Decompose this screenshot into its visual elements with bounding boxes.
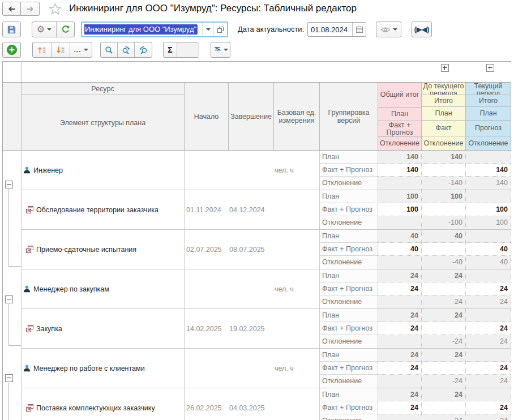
version-row-label[interactable]: Отклонение <box>320 295 378 308</box>
current-deviation-header[interactable]: Отклонение <box>466 136 511 150</box>
value-cell[interactable]: 24 <box>378 362 421 375</box>
value-cell[interactable] <box>466 269 511 282</box>
value-cell[interactable] <box>422 362 465 375</box>
current-period-title[interactable]: Текущий период <box>466 83 511 95</box>
value-cell[interactable] <box>466 388 511 401</box>
version-row-label[interactable]: Отклонение <box>320 335 378 348</box>
find-previous-button[interactable] <box>135 42 152 57</box>
value-cell[interactable] <box>466 230 511 243</box>
version-row-label[interactable]: Факт + Прогноз <box>320 322 378 335</box>
version-grouping-cell[interactable]: План Факт + Прогноз Отклонение <box>320 190 378 229</box>
version-row-label[interactable]: План <box>320 388 378 401</box>
value-cell[interactable] <box>422 282 465 295</box>
move-down-button[interactable] <box>52 42 70 57</box>
version-row-label[interactable]: План <box>320 349 378 362</box>
version-grouping-cell[interactable]: План Факт + Прогноз Отклонение <box>320 309 378 348</box>
find-next-button[interactable] <box>118 42 135 57</box>
before-fact-header[interactable]: Факт <box>422 121 465 136</box>
value-cell[interactable] <box>422 243 465 256</box>
grid-corner-cell[interactable] <box>3 62 22 82</box>
version-row-label[interactable]: План <box>320 230 378 243</box>
value-cell[interactable]: -40 <box>422 256 465 269</box>
value-cell[interactable]: 140 <box>422 151 465 164</box>
value-cell[interactable] <box>378 335 421 348</box>
sum-value-input[interactable] <box>177 46 199 54</box>
visibility-button[interactable] <box>376 22 401 37</box>
search-button[interactable] <box>101 42 118 57</box>
before-deviation-header[interactable]: Отклонение <box>422 136 465 150</box>
value-cell[interactable]: 24 <box>466 414 511 420</box>
calendar-button[interactable] <box>352 23 366 36</box>
table-row[interactable]: Инженер чел. ч План Факт + Прогноз Откло… <box>22 151 511 190</box>
value-cell[interactable]: 100 <box>466 203 511 216</box>
value-cell[interactable]: 24 <box>378 388 421 401</box>
table-row[interactable]: Обследование территории заказчика 01.11.… <box>22 190 511 230</box>
resource-header[interactable]: Ресурс <box>22 83 184 95</box>
version-row-label[interactable]: План <box>320 309 378 322</box>
value-cell[interactable]: 24 <box>466 295 511 308</box>
version-grouping-cell[interactable]: План Факт + Прогноз Отклонение <box>320 230 378 269</box>
version-row-label[interactable]: План <box>320 269 378 282</box>
dates-cell[interactable]: 14.02.2025 19.02.2025 <box>185 309 320 348</box>
sum-value-field[interactable] <box>177 42 199 57</box>
settings-button[interactable]: ⚙ <box>32 22 57 37</box>
value-cell[interactable]: 24 <box>378 269 421 282</box>
value-cell[interactable]: -100 <box>422 216 465 229</box>
element-cell[interactable]: Инженер <box>22 151 185 190</box>
value-cell[interactable]: 100 <box>466 216 511 229</box>
version-row-label[interactable]: Факт + Прогноз <box>320 203 378 216</box>
version-row-label[interactable]: План <box>320 151 378 164</box>
value-cell[interactable] <box>378 295 421 308</box>
dates-cell[interactable]: чел. ч <box>185 269 320 308</box>
value-cell[interactable]: -24 <box>422 295 465 308</box>
value-cell[interactable] <box>378 414 421 420</box>
value-cell[interactable]: 24 <box>466 335 511 348</box>
version-row-label[interactable]: Факт + Прогноз <box>320 401 378 414</box>
element-cell[interactable]: Менеджер по работе с клиентами <box>22 349 185 388</box>
finish-header[interactable]: Завершение <box>229 83 274 150</box>
element-cell[interactable]: Поставка комплектующих заказчику <box>22 388 185 420</box>
value-cell[interactable] <box>466 151 511 164</box>
before-plan-header[interactable]: План <box>422 107 465 121</box>
plan-version-text[interactable]: Инжиниринг для ООО "Изумруд" <box>82 23 202 36</box>
dates-cell[interactable]: 26.02.2025 04.03.2025 <box>185 388 320 420</box>
value-cell[interactable]: 24 <box>378 282 421 295</box>
version-row-label[interactable]: Отклонение <box>320 216 378 229</box>
plan-element-header[interactable]: Элемент структуры плана <box>22 95 184 150</box>
forward-button[interactable] <box>21 2 40 16</box>
version-row-label[interactable]: Отклонение <box>320 375 378 388</box>
version-row-label[interactable]: Факт + Прогноз <box>320 282 378 295</box>
tree-collapse-button[interactable] <box>5 181 13 188</box>
total-title[interactable]: Общий итог <box>378 83 421 108</box>
value-cell[interactable]: -24 <box>422 335 465 348</box>
value-cell[interactable] <box>466 349 511 362</box>
value-cell[interactable]: 100 <box>378 203 421 216</box>
value-cell[interactable]: 40 <box>422 230 465 243</box>
version-row-label[interactable]: Факт + Прогноз <box>320 243 378 256</box>
element-cell[interactable]: Обследование территории заказчика <box>22 190 185 229</box>
total-deviation-header[interactable]: Отклонение <box>378 137 421 150</box>
dates-cell[interactable]: 02.07.2025 08.07.2025 <box>185 230 320 269</box>
value-cell[interactable]: 24 <box>466 282 511 295</box>
table-row[interactable]: Менеджер по закупкам чел. ч План Факт + … <box>22 269 511 309</box>
version-grouping-cell[interactable]: План Факт + Прогноз Отклонение <box>320 388 378 420</box>
value-cell[interactable]: 24 <box>378 309 421 322</box>
element-cell[interactable]: Закупка <box>22 309 185 348</box>
value-cell[interactable]: 140 <box>466 177 511 190</box>
version-grouping-cell[interactable]: План Факт + Прогноз Отклонение <box>320 151 378 190</box>
version-row-label[interactable]: Факт + Прогноз <box>320 164 378 177</box>
tree-collapse-button[interactable] <box>5 295 13 303</box>
more-actions-button[interactable]: ... <box>70 42 92 57</box>
total-column-header[interactable]: Общий итог План Факт + Прогноз Отклонени… <box>378 83 422 150</box>
value-cell[interactable] <box>466 309 511 322</box>
value-cell[interactable] <box>466 190 511 203</box>
element-cell[interactable]: Менеджер по закупкам <box>22 269 185 308</box>
current-plan-header[interactable]: План <box>466 107 511 121</box>
version-row-label[interactable]: Отклонение <box>320 414 378 420</box>
element-header-cell[interactable]: Ресурс Элемент структуры плана <box>22 83 185 150</box>
version-row-label[interactable]: Отклонение <box>320 256 378 269</box>
version-grouping-cell[interactable]: План Факт + Прогноз Отклонение <box>320 349 378 388</box>
before-period-title[interactable]: До текущего периода <box>422 83 465 95</box>
value-cell[interactable]: 24 <box>378 349 421 362</box>
value-cell[interactable]: 24 <box>422 388 465 401</box>
